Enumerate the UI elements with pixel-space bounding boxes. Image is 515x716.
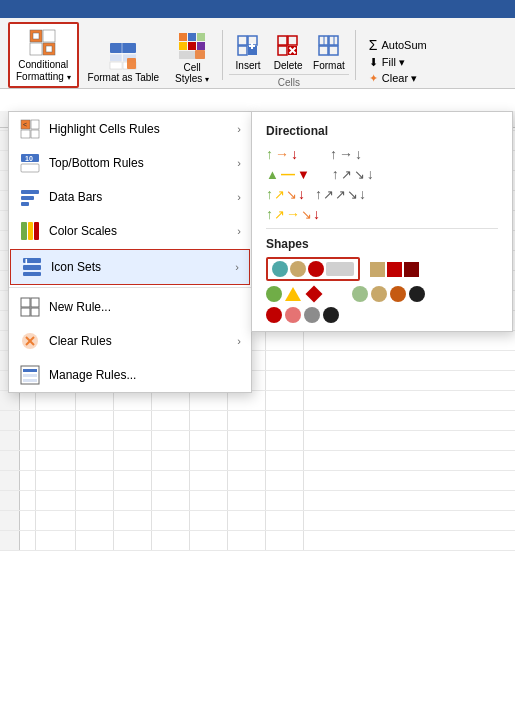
- data-bars-arrow: ›: [237, 191, 241, 203]
- directional-row-4[interactable]: ↑ ↗ → ↘ ↓: [252, 204, 512, 224]
- directional-row-2[interactable]: ▲ — ▼ ↑ ↗ ↘ ↓: [252, 164, 512, 184]
- icon-sets-submenu: Directional ↑ → ↓ ↑ → ↓ ▲ — ▼ ↑ ↗ ↘ ↓ ↑ …: [251, 111, 513, 332]
- fill-button[interactable]: ⬇ Fill ▾: [366, 55, 430, 70]
- cell-styles-icon: [176, 30, 208, 62]
- svg-text:<: <: [23, 121, 27, 128]
- top-bottom-rules-item[interactable]: 10 Top/Bottom Rules ›: [9, 146, 251, 180]
- circle-pink: [285, 307, 301, 323]
- svg-rect-54: [34, 222, 39, 240]
- delete-button[interactable]: Delete: [269, 29, 307, 74]
- circle-teal: [272, 261, 288, 277]
- se-orange: ↘: [286, 187, 297, 202]
- clear-button[interactable]: ✦ Clear ▾: [366, 71, 430, 86]
- cell-styles-button[interactable]: CellStyles ▾: [168, 26, 216, 88]
- up-green3: ↑: [266, 206, 273, 222]
- shapes-row-3[interactable]: [252, 305, 512, 325]
- circle-black: [409, 286, 425, 302]
- color-scales-item[interactable]: Color Scales ›: [9, 214, 251, 248]
- highlight-cells-icon: <: [19, 118, 41, 140]
- spreadsheet-area: A AM AN AO AP AQ AR AS AT: [0, 111, 515, 701]
- menu-separator-1: [9, 287, 251, 288]
- sigma-icon: Σ: [369, 37, 378, 53]
- clear-rules-item[interactable]: Clear Rules ›: [9, 324, 251, 358]
- cells-section: Insert Delete: [229, 29, 349, 88]
- grid-row: [0, 431, 515, 451]
- ribbon-top-bar: [0, 0, 515, 18]
- clear-icon: ✦: [369, 72, 378, 85]
- down-arrow-gray2: ↓: [367, 166, 374, 182]
- data-bars-item[interactable]: Data Bars ›: [9, 180, 251, 214]
- svg-rect-6: [110, 43, 136, 53]
- sw-red: ↓: [313, 206, 320, 222]
- right-orange2: →: [286, 206, 300, 222]
- icon-sets-arrow: ›: [235, 261, 239, 273]
- conditional-formatting-button[interactable]: ConditionalFormatting ▾: [8, 22, 79, 88]
- format-label: Format: [313, 60, 345, 71]
- shapes-divider: [266, 228, 498, 229]
- right-arrow-orange: →: [275, 146, 289, 162]
- new-rule-icon: [19, 296, 41, 318]
- directional-row-1[interactable]: ↑ → ↓ ↑ → ↓: [252, 144, 512, 164]
- down-red2: ↓: [298, 186, 305, 202]
- highlight-cells-rules-item[interactable]: < Highlight Cells Rules ›: [9, 112, 251, 146]
- clear-rules-label: Clear Rules: [49, 334, 229, 348]
- svg-rect-13: [127, 58, 136, 69]
- svg-rect-1: [43, 30, 55, 42]
- down-arrow-gray: ↓: [355, 146, 362, 162]
- new-rule-label: New Rule...: [49, 300, 241, 314]
- svg-rect-57: [23, 272, 41, 276]
- diamond-red: [306, 286, 323, 303]
- new-rule-item[interactable]: New Rule...: [9, 290, 251, 324]
- autosum-button[interactable]: Σ AutoSum: [366, 36, 430, 54]
- insert-button[interactable]: Insert: [229, 29, 267, 74]
- svg-rect-2: [30, 43, 42, 55]
- color-scales-arrow: ›: [237, 225, 241, 237]
- svg-rect-62: [31, 308, 39, 316]
- svg-rect-20: [197, 42, 205, 50]
- cell-styles-label: CellStyles ▾: [175, 62, 209, 84]
- data-bars-label: Data Bars: [49, 190, 229, 204]
- autosum-label: AutoSum: [381, 39, 426, 51]
- conditional-formatting-label: ConditionalFormatting ▾: [16, 59, 71, 83]
- shapes-row-2[interactable]: [252, 283, 512, 305]
- format-button[interactable]: Format: [309, 29, 349, 74]
- dash-yellow: —: [281, 166, 295, 182]
- svg-rect-56: [23, 265, 41, 270]
- ne-yellow2: ↗: [274, 207, 285, 222]
- up-gray3: ↑: [315, 186, 322, 202]
- up-green2: ↑: [266, 186, 273, 202]
- svg-rect-31: [278, 46, 287, 55]
- svg-rect-51: [21, 202, 29, 206]
- format-as-table-button[interactable]: Format as Table: [81, 36, 167, 88]
- icon-sets-item[interactable]: ▐ Icon Sets ›: [10, 249, 250, 285]
- up-arrow-green: ↑: [266, 146, 273, 162]
- up-arrow-gray: ↑: [330, 146, 337, 162]
- top-bottom-rules-label: Top/Bottom Rules: [49, 156, 229, 170]
- svg-rect-15: [179, 33, 187, 41]
- grid-row: [0, 531, 515, 551]
- triangle-yellow2: [285, 287, 301, 301]
- manage-rules-item[interactable]: Manage Rules...: [9, 358, 251, 392]
- gray-bar: [326, 262, 354, 276]
- directional-row-3[interactable]: ↑ ↗ ↘ ↓ ↑ ↗ ↗ ↘ ↓: [252, 184, 512, 204]
- svg-rect-42: [31, 120, 39, 129]
- data-bars-icon: [19, 186, 41, 208]
- up-arrow-gray2: ↑: [332, 166, 339, 182]
- grid-row: [0, 451, 515, 471]
- svg-rect-61: [21, 308, 30, 316]
- shapes-first-group[interactable]: [266, 257, 360, 281]
- color-scales-icon: [19, 220, 41, 242]
- directional-title: Directional: [252, 120, 512, 144]
- se-orange2: ↘: [301, 207, 312, 222]
- svg-rect-38: [329, 46, 338, 55]
- svg-rect-69: [23, 379, 37, 382]
- svg-rect-47: [21, 164, 39, 172]
- insert-label: Insert: [236, 60, 261, 71]
- icon-sets-icon: ▐: [21, 256, 43, 278]
- format-as-table-icon: [107, 40, 139, 72]
- svg-rect-67: [23, 369, 37, 372]
- svg-rect-5: [46, 46, 52, 52]
- svg-rect-4: [33, 33, 39, 39]
- color-scales-label: Color Scales: [49, 224, 229, 238]
- svg-rect-44: [31, 130, 39, 138]
